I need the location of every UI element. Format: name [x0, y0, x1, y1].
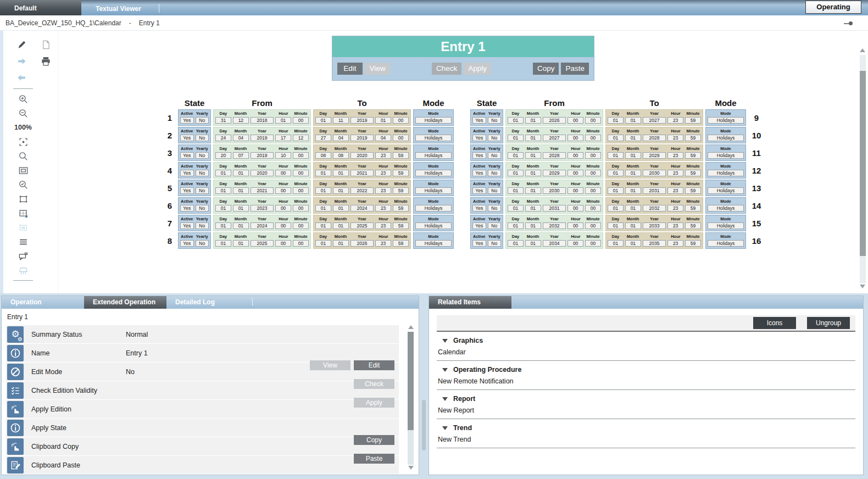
scroll-up-icon[interactable]	[408, 325, 414, 331]
scroll-down-icon[interactable]	[408, 466, 414, 471]
mode-field[interactable]: Holidays	[415, 222, 452, 229]
day-field[interactable]: 01	[215, 222, 231, 229]
year-field[interactable]: 2019	[350, 135, 374, 141]
hour-field[interactable]: 00	[567, 187, 583, 194]
hour-field[interactable]: 23	[375, 152, 391, 159]
day-field[interactable]: 01	[215, 170, 231, 176]
year-field[interactable]: 2020	[350, 152, 374, 159]
year-field[interactable]: 2024	[350, 205, 374, 211]
active-field[interactable]: Yes	[180, 170, 194, 176]
icons-button[interactable]: Icons	[753, 317, 796, 329]
day-field[interactable]: 01	[608, 152, 624, 159]
minute-field[interactable]: 00	[293, 187, 309, 194]
hour-field[interactable]: 00	[567, 222, 583, 229]
day-field[interactable]: 01	[508, 205, 524, 211]
month-field[interactable]: 01	[333, 187, 349, 194]
day-field[interactable]: 01	[608, 205, 624, 211]
active-field[interactable]: Yes	[472, 205, 486, 211]
yearly-field[interactable]: No	[196, 117, 209, 124]
month-field[interactable]: 01	[625, 205, 641, 211]
year-field[interactable]: 2027	[543, 135, 566, 141]
tab-extended-operation[interactable]: Extended Operation	[84, 296, 166, 309]
month-field[interactable]: 04	[233, 135, 249, 141]
hour-field[interactable]: 17	[275, 135, 291, 141]
month-field[interactable]: 01	[233, 187, 249, 194]
hour-field[interactable]: 23	[667, 187, 683, 194]
related-item[interactable]: New Trend	[437, 434, 855, 448]
month-field[interactable]: 01	[525, 170, 541, 176]
back-arrow-icon[interactable]	[16, 73, 27, 83]
edit-button[interactable]: Edit	[354, 360, 394, 370]
hour-field[interactable]: 23	[375, 222, 391, 229]
active-field[interactable]: Yes	[472, 135, 486, 141]
mode-field[interactable]: Holidays	[415, 135, 452, 141]
hour-field[interactable]: 00	[275, 187, 291, 194]
minute-field[interactable]: 59	[685, 135, 701, 141]
viewer-scrollbar[interactable]	[859, 48, 867, 290]
hour-field[interactable]: 00	[567, 240, 583, 247]
day-field[interactable]: 01	[315, 117, 331, 124]
minute-field[interactable]: 59	[685, 170, 701, 176]
magnifier-icon[interactable]	[18, 151, 29, 161]
minute-field[interactable]: 59	[393, 152, 409, 159]
hour-field[interactable]: 23	[667, 222, 683, 229]
view-button[interactable]: View	[365, 63, 390, 75]
month-field[interactable]: 01	[233, 170, 249, 176]
related-item[interactable]: Calendar	[437, 347, 855, 360]
scrollbar-track[interactable]	[408, 332, 414, 465]
viewport-icon[interactable]	[18, 165, 29, 176]
yearly-field[interactable]: No	[488, 240, 502, 247]
minute-field[interactable]: 00	[293, 152, 309, 159]
splitter-handle[interactable]	[422, 400, 426, 450]
yearly-field[interactable]: No	[196, 135, 209, 141]
active-field[interactable]: Yes	[180, 135, 194, 141]
yearly-field[interactable]: No	[488, 117, 502, 124]
month-field[interactable]: 01	[525, 187, 541, 194]
day-field[interactable]: 01	[608, 170, 624, 176]
day-field[interactable]: 01	[608, 135, 624, 141]
year-field[interactable]: 2019	[251, 135, 274, 141]
active-field[interactable]: Yes	[472, 117, 486, 124]
minute-field[interactable]: 00	[585, 187, 601, 194]
month-field[interactable]: 01	[525, 117, 541, 124]
month-field[interactable]: 01	[333, 222, 349, 229]
tab-default[interactable]: Default	[0, 0, 81, 15]
mode-field[interactable]: Holidays	[415, 240, 452, 247]
hour-field[interactable]: 23	[667, 135, 683, 141]
region-select-icon[interactable]	[18, 222, 29, 233]
minute-field[interactable]: 00	[293, 205, 309, 211]
minute-field[interactable]: 00	[293, 170, 309, 176]
minute-field[interactable]: 59	[685, 152, 701, 159]
day-field[interactable]: 27	[315, 135, 331, 141]
day-field[interactable]: 01	[608, 117, 624, 124]
month-field[interactable]: 12	[233, 117, 249, 124]
year-field[interactable]: 2025	[350, 222, 374, 229]
year-field[interactable]: 2026	[350, 240, 374, 247]
check-button[interactable]: Check	[432, 63, 461, 75]
hour-field[interactable]: 00	[567, 117, 583, 124]
active-field[interactable]: Yes	[180, 117, 194, 124]
yearly-field[interactable]: No	[488, 170, 502, 176]
edit-button[interactable]: Edit	[337, 63, 363, 75]
mode-field[interactable]: Holidays	[415, 205, 452, 211]
month-field[interactable]: 07	[233, 152, 249, 159]
day-field[interactable]: 01	[215, 205, 231, 211]
active-field[interactable]: Yes	[180, 152, 194, 159]
scroll-up-icon[interactable]	[860, 48, 866, 54]
mode-field[interactable]: Holidays	[708, 170, 744, 176]
minute-field[interactable]: 00	[585, 170, 601, 176]
related-section-header[interactable]: Operating Procedure	[437, 361, 855, 376]
minute-field[interactable]: 59	[393, 222, 409, 229]
collapse-triangle-icon[interactable]	[442, 339, 448, 343]
hour-field[interactable]: 00	[275, 222, 291, 229]
month-field[interactable]: 01	[525, 222, 541, 229]
day-field[interactable]: 01	[608, 187, 624, 194]
hour-field[interactable]: 00	[567, 170, 583, 176]
hour-field[interactable]: 00	[275, 205, 291, 211]
minute-field[interactable]: 00	[293, 240, 309, 247]
panel-splitter[interactable]	[419, 296, 429, 475]
yearly-field[interactable]: No	[488, 135, 502, 141]
month-field[interactable]: 01	[625, 117, 641, 124]
minute-field[interactable]: 59	[685, 117, 701, 124]
minute-field[interactable]: 00	[293, 117, 309, 124]
